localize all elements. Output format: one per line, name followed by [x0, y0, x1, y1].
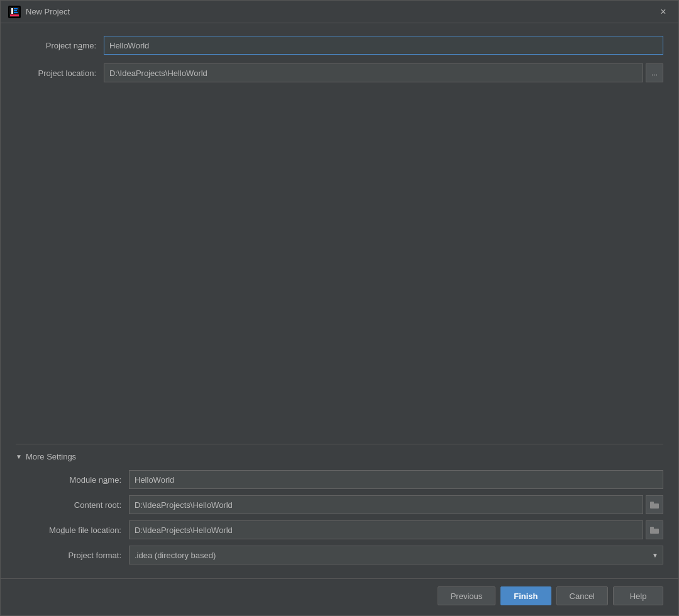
content-root-row: Content root:: [16, 495, 663, 514]
project-name-input[interactable]: [104, 36, 663, 55]
previous-button[interactable]: Previous: [438, 586, 496, 605]
content-root-label: Content root:: [16, 500, 129, 510]
button-bar: Previous Finish Cancel Help: [1, 578, 678, 615]
collapse-arrow-icon: ▼: [16, 453, 22, 460]
project-name-input-wrapper: [104, 36, 663, 55]
project-format-select-wrapper: .idea (directory based) .ipr (file based…: [129, 546, 663, 564]
module-name-input[interactable]: [129, 470, 663, 489]
project-location-row: Project location: ...: [16, 63, 663, 82]
new-project-dialog: New Project × Project name: Project loca…: [0, 0, 679, 616]
project-format-row: Project format: .idea (directory based) …: [16, 546, 663, 564]
app-icon: [8, 6, 21, 18]
project-name-row: Project name:: [16, 36, 663, 55]
svg-rect-2: [10, 14, 19, 16]
folder-icon-2: [650, 527, 659, 534]
module-file-location-input[interactable]: [129, 520, 643, 539]
project-name-label: Project name:: [16, 41, 104, 50]
cancel-button[interactable]: Cancel: [556, 586, 608, 605]
content-root-input-wrapper: [129, 495, 663, 514]
folder-icon: [650, 502, 659, 509]
module-file-location-row: Module file location:: [16, 520, 663, 539]
svg-rect-3: [11, 8, 13, 14]
svg-rect-4: [14, 8, 18, 9]
module-file-location-label: Module file location:: [16, 525, 129, 535]
svg-rect-6: [14, 12, 18, 13]
module-name-input-wrapper: [129, 470, 663, 489]
more-settings-body: Module name: Content root:: [16, 470, 663, 564]
svg-rect-5: [14, 10, 17, 11]
module-name-label: Module name:: [16, 475, 129, 485]
dialog-title: New Project: [26, 7, 70, 16]
more-settings-header[interactable]: ▼ More Settings: [16, 452, 663, 461]
content-root-browse-button[interactable]: [646, 495, 663, 514]
dialog-content: Project name: Project location: ... ▼ Mo…: [1, 23, 678, 578]
module-file-location-input-wrapper: [129, 520, 663, 539]
help-button[interactable]: Help: [613, 586, 663, 605]
project-location-label: Project location:: [16, 69, 104, 78]
project-location-input[interactable]: [104, 63, 643, 82]
project-location-input-wrapper: ...: [104, 63, 663, 82]
project-format-label: Project format:: [16, 551, 129, 560]
content-root-input[interactable]: [129, 495, 643, 514]
finish-button[interactable]: Finish: [500, 586, 551, 605]
project-format-select[interactable]: .idea (directory based) .ipr (file based…: [129, 546, 663, 564]
project-location-browse-button[interactable]: ...: [646, 63, 663, 82]
title-bar: New Project ×: [1, 1, 678, 23]
title-bar-left: New Project: [8, 6, 70, 18]
module-file-location-browse-button[interactable]: [646, 520, 663, 539]
module-name-row: Module name:: [16, 470, 663, 489]
content-spacer: [16, 91, 663, 444]
more-settings-label: More Settings: [26, 452, 76, 461]
close-button[interactable]: ×: [656, 4, 671, 19]
more-settings-section: ▼ More Settings Module name: Content roo…: [16, 444, 663, 571]
project-format-input-wrapper: .idea (directory based) .ipr (file based…: [129, 546, 663, 564]
